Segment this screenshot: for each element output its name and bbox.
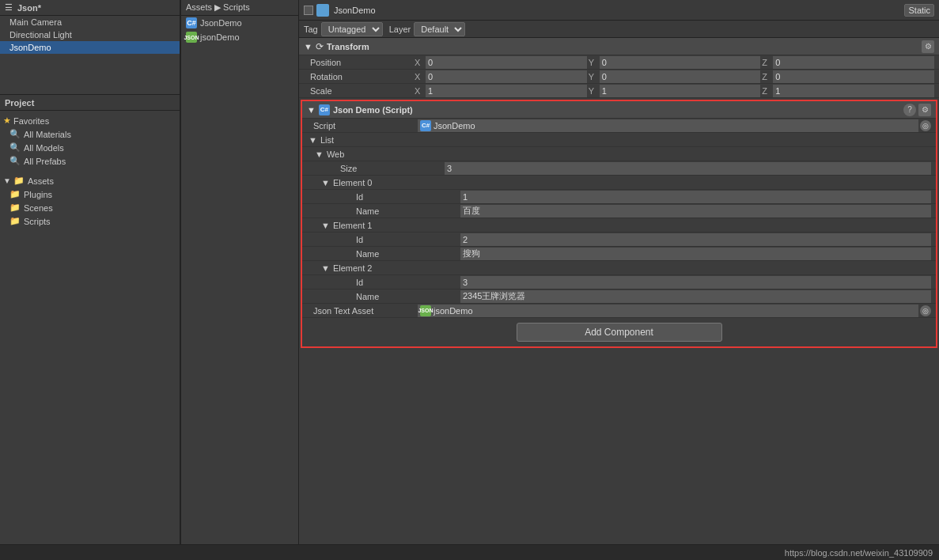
rotation-row: Rotation X Y Z (299, 70, 939, 84)
position-xyz: X Y Z (415, 56, 934, 69)
json-text-asset-field: JSON jsonDemo (418, 305, 918, 317)
assets-arrow: ▼ (3, 176, 11, 185)
hierarchy-item-directional-light[interactable]: Directional Light (0, 28, 180, 41)
json-icon: JSON (186, 32, 197, 43)
json-demo-header: ▼ C# Json Demo (Script) ? ⚙ (302, 101, 936, 119)
help-icon[interactable]: ? (903, 104, 916, 116)
elem2-name-input[interactable] (460, 290, 931, 303)
element2-arrow: ▼ (321, 263, 330, 273)
elem2-id-input[interactable] (460, 276, 931, 289)
bottom-url-bar: https://blog.csdn.net/weixin_43109909 (0, 544, 939, 560)
script-item-jsondemo-json[interactable]: JSON jsonDemo (181, 30, 298, 44)
scale-xyz: X Y Z (415, 85, 934, 97)
elem0-id-label: Id (350, 192, 460, 202)
rotation-x-label: X (415, 72, 424, 81)
web-section-label: ▼ Web (302, 147, 936, 161)
breadcrumb: Assets ▶ Scripts (186, 2, 250, 13)
size-input[interactable] (445, 162, 931, 175)
hierarchy-item-jsondemo[interactable]: JsonDemo (0, 41, 180, 54)
script-ref-icon: C# (420, 120, 431, 131)
json-demo-script-panel: ▼ C# Json Demo (Script) ? ⚙ Script C# Js… (301, 100, 937, 348)
elem1-id-row: Id (302, 233, 936, 247)
position-x-label: X (415, 58, 424, 67)
elem2-id-row: Id (302, 275, 936, 289)
json-text-asset-row: Json Text Asset JSON jsonDemo ◎ (302, 304, 936, 318)
favorites-root[interactable]: ★ Favorites (0, 114, 180, 127)
script-ref-field: C# JsonDemo (418, 119, 918, 132)
json-asset-icon: JSON (420, 305, 431, 316)
transform-label: Transform (327, 42, 922, 51)
position-z-input[interactable] (773, 56, 934, 69)
position-z-label: Z (762, 58, 771, 67)
elem1-name-input[interactable] (460, 248, 931, 260)
tag-layer-bar: Tag Untagged Layer Default (299, 21, 939, 38)
tag-label: Tag (304, 25, 318, 34)
assets-root[interactable]: ▼ 📁 Assets (0, 174, 180, 187)
transform-gear-icon[interactable]: ⚙ (922, 40, 934, 53)
position-row: Position X Y Z (299, 55, 939, 70)
elem2-id-label: Id (350, 278, 460, 287)
json-demo-script-icon: C# (319, 104, 330, 115)
project-panel-title: Project (5, 98, 34, 108)
script-item-jsondemo-cs[interactable]: C# JsonDemo (181, 16, 298, 30)
elem0-name-label: Name (350, 206, 460, 216)
project-panel-header: Project (0, 95, 180, 111)
json-asset-select-btn[interactable]: ◎ (920, 305, 931, 316)
json-demo-gear-icon[interactable]: ⚙ (918, 104, 931, 116)
scale-label: Scale (304, 86, 415, 96)
element1-arrow: ▼ (321, 221, 330, 230)
add-component-button[interactable]: Add Component (517, 323, 722, 342)
rotation-label: Rotation (304, 72, 415, 81)
scale-y-input[interactable] (600, 85, 761, 97)
elem0-id-input[interactable] (460, 191, 931, 203)
size-row: Size (302, 161, 936, 176)
elem0-id-row: Id (302, 190, 936, 204)
scale-z-label: Z (762, 86, 771, 96)
bottom-url-text: https://blog.csdn.net/weixin_43109909 (785, 548, 933, 558)
favorites-all-prefabs[interactable]: 🔍 All Prefabs (0, 154, 180, 168)
element0-section: ▼ Element 0 (302, 176, 936, 190)
assets-scenes[interactable]: 📁 Scenes (0, 201, 180, 214)
script-field-label: Script (307, 121, 418, 131)
inspector-top-bar: JsonDemo Static (299, 0, 939, 21)
static-dropdown[interactable]: Static (904, 4, 934, 17)
favorites-all-models[interactable]: 🔍 All Models (0, 141, 180, 154)
position-x-input[interactable] (426, 56, 587, 69)
element2-section: ▼ Element 2 (302, 261, 936, 275)
element1-section: ▼ Element 1 (302, 218, 936, 233)
rotation-z-input[interactable] (773, 70, 934, 83)
favorites-all-materials[interactable]: 🔍 All Materials (0, 127, 180, 141)
assets-scripts[interactable]: 📁 Scripts (0, 214, 180, 228)
hierarchy-item-main-camera[interactable]: Main Camera (0, 16, 180, 28)
add-component-row: Add Component (302, 318, 936, 346)
scale-row: Scale X Y Z (299, 84, 939, 98)
layer-label: Layer (389, 25, 411, 34)
object-icon (316, 4, 329, 17)
list-section-label: ▼ List (302, 133, 936, 147)
position-y-input[interactable] (600, 56, 761, 69)
layer-dropdown[interactable]: Default (414, 22, 465, 36)
transform-icon: ⟳ (316, 41, 324, 52)
object-name: JsonDemo (334, 6, 904, 15)
elem1-id-input[interactable] (460, 233, 931, 246)
scripts-panel-header: Assets ▶ Scripts (181, 0, 298, 16)
rotation-x-input[interactable] (426, 70, 587, 83)
elem1-name-row: Name (302, 247, 936, 261)
tag-dropdown[interactable]: Untagged (321, 22, 383, 36)
json-text-asset-value: jsonDemo (434, 306, 473, 316)
position-label: Position (304, 58, 415, 67)
hierarchy-panel-header: ☰ Json* (0, 0, 180, 16)
assets-section: ▼ 📁 Assets 📁 Plugins 📁 Scenes 📁 Scripts (0, 171, 180, 231)
script-ref-select-btn[interactable]: ◎ (920, 120, 931, 131)
scale-x-input[interactable] (426, 85, 587, 97)
object-active-checkbox[interactable] (304, 6, 313, 15)
rotation-y-input[interactable] (600, 70, 761, 83)
script-field-row: Script C# JsonDemo ◎ (302, 119, 936, 133)
hierarchy-menu-icon: ☰ (5, 2, 13, 13)
scale-z-input[interactable] (773, 85, 934, 97)
elem1-name-label: Name (350, 249, 460, 259)
elem0-name-input[interactable] (460, 205, 931, 218)
hierarchy-panel-title: Json* (17, 3, 41, 13)
star-icon: ★ (3, 115, 11, 126)
assets-plugins[interactable]: 📁 Plugins (0, 187, 180, 201)
